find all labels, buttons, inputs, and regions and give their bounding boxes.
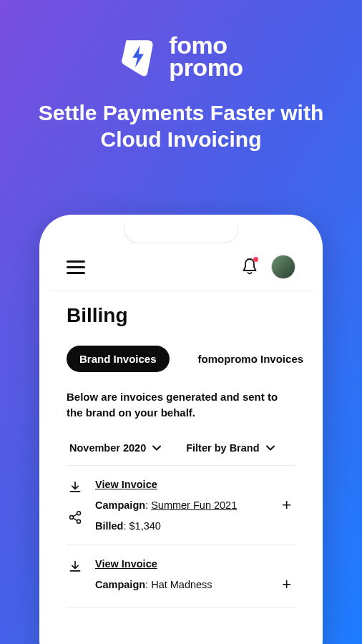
phone-notch (124, 223, 238, 243)
brand-logo: fomo promo (0, 0, 362, 79)
phone-frame: Billing Brand Invoices fomopromo Invoice… (39, 215, 323, 644)
brand-filter-label: Filter by Brand (186, 442, 259, 454)
invoice-card: View Invoice Campaign: Summer Fun 2021 +… (67, 466, 295, 545)
svg-point-2 (77, 519, 81, 523)
notification-dot (253, 257, 258, 262)
avatar[interactable] (271, 255, 295, 279)
tab-description: Below are invoices generated and sent to… (67, 389, 295, 421)
campaign-name[interactable]: Hat Madness (151, 579, 212, 590)
date-filter-label: November 2020 (69, 442, 146, 454)
invoice-list: View Invoice Campaign: Summer Fun 2021 +… (67, 465, 295, 608)
brand-filter[interactable]: Filter by Brand (186, 442, 275, 454)
campaign-label: Campaign (95, 579, 145, 590)
billed-label: Billed (95, 520, 123, 532)
share-icon[interactable] (68, 510, 82, 525)
chevron-down-icon (152, 443, 162, 453)
menu-button[interactable] (67, 260, 85, 274)
download-icon[interactable] (68, 480, 82, 494)
campaign-name[interactable]: Summer Fun 2021 (151, 499, 237, 511)
tabs: Brand Invoices fomopromo Invoices (67, 346, 295, 372)
brand-line2: promo (169, 57, 243, 79)
campaign-label: Campaign (95, 499, 145, 511)
expand-button[interactable]: + (279, 496, 294, 514)
download-icon[interactable] (68, 560, 82, 574)
bolt-icon (119, 36, 159, 77)
svg-point-0 (77, 511, 81, 514)
notifications-button[interactable] (241, 258, 258, 276)
tab-fomopromo-invoices[interactable]: fomopromo Invoices (185, 346, 314, 372)
view-invoice-link[interactable]: View Invoice (95, 558, 294, 570)
tab-brand-invoices[interactable]: Brand Invoices (67, 346, 170, 372)
view-invoice-link[interactable]: View Invoice (95, 479, 294, 490)
billed-value: $1,340 (129, 520, 161, 532)
headline: Settle Payments Faster with Cloud Invoic… (0, 99, 362, 153)
chevron-down-icon (265, 443, 275, 453)
invoice-card: View Invoice Campaign: Hat Madness + Bil… (67, 545, 295, 608)
date-filter[interactable]: November 2020 (69, 442, 162, 454)
expand-button[interactable]: + (279, 575, 294, 594)
page-title: Billing (67, 304, 295, 327)
svg-point-1 (70, 515, 74, 519)
